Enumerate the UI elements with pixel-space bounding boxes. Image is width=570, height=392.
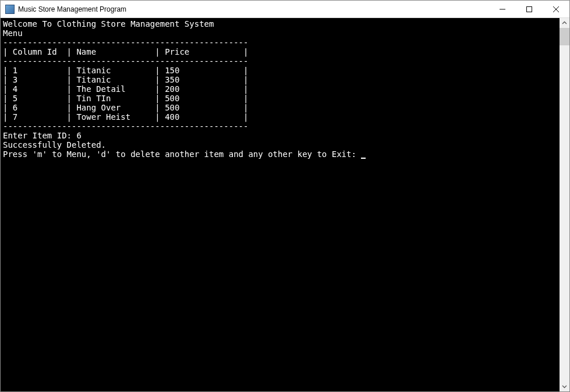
minimize-button[interactable] bbox=[489, 1, 516, 18]
maximize-button[interactable] bbox=[516, 1, 543, 18]
console-line: Successfully Deleted. bbox=[3, 140, 557, 149]
console-line: Press 'm' to Menu, 'd' to delete another… bbox=[3, 149, 557, 159]
scrollbar-track[interactable] bbox=[560, 28, 569, 382]
console-line: | 4 | The Detail | 200 | bbox=[3, 84, 557, 94]
console-line: Menu bbox=[3, 28, 557, 38]
console-line: | Column Id | Name | Price | bbox=[3, 47, 557, 56]
minimize-icon bbox=[500, 6, 505, 12]
console-output[interactable]: Welcome To Clothing Store Management Sys… bbox=[1, 18, 560, 391]
console-line: ----------------------------------------… bbox=[3, 122, 557, 131]
console-line: | 5 | Tin TIn | 500 | bbox=[3, 94, 557, 103]
vertical-scrollbar[interactable] bbox=[560, 18, 569, 391]
text-cursor bbox=[361, 151, 366, 159]
console-line: | 1 | Titanic | 150 | bbox=[3, 66, 557, 75]
console-line: | 6 | Hang Over | 500 | bbox=[3, 103, 557, 112]
console-line: Welcome To Clothing Store Management Sys… bbox=[3, 19, 557, 28]
app-icon bbox=[5, 5, 15, 14]
close-icon bbox=[553, 6, 559, 12]
scroll-up-button[interactable] bbox=[560, 18, 569, 28]
titlebar: Music Store Management Program bbox=[1, 1, 569, 18]
chevron-up-icon bbox=[562, 20, 567, 26]
console-line: | 7 | Tower Heist | 400 | bbox=[3, 112, 557, 122]
client-area: Welcome To Clothing Store Management Sys… bbox=[1, 18, 569, 391]
scroll-down-button[interactable] bbox=[560, 382, 569, 391]
scrollbar-thumb[interactable] bbox=[560, 28, 569, 45]
console-line: Enter Item ID: 6 bbox=[3, 131, 557, 140]
maximize-icon bbox=[526, 6, 532, 12]
svg-rect-1 bbox=[527, 6, 532, 12]
console-line: ----------------------------------------… bbox=[3, 38, 557, 47]
chevron-down-icon bbox=[562, 384, 567, 389]
console-line: ----------------------------------------… bbox=[3, 56, 557, 66]
console-line: | 3 | Titanic | 350 | bbox=[3, 75, 557, 84]
close-button[interactable] bbox=[543, 1, 569, 18]
window-title: Music Store Management Program bbox=[18, 5, 126, 13]
